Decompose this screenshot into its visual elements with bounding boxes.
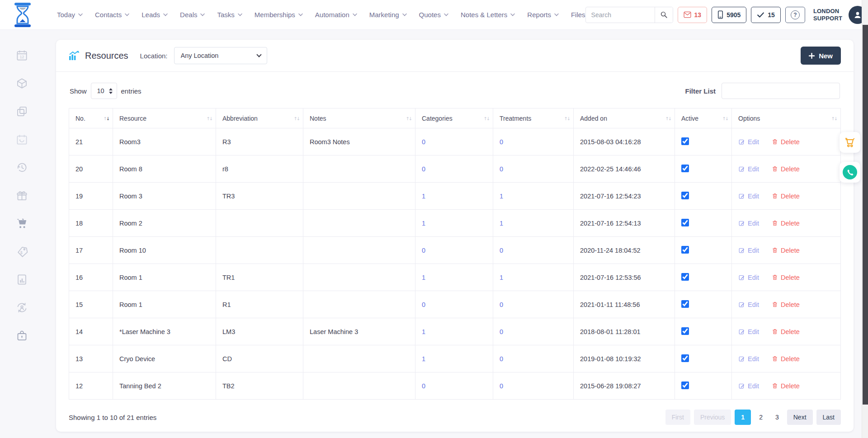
nav-item-leads[interactable]: Leads	[142, 11, 168, 19]
categories-count-link[interactable]: 1	[422, 220, 425, 227]
active-checkbox[interactable]	[681, 381, 689, 389]
treatments-count-link[interactable]: 1	[500, 274, 503, 281]
nav-item-tasks[interactable]: Tasks	[217, 11, 242, 19]
edit-link[interactable]: Edit	[738, 165, 759, 173]
categories-count-link[interactable]: 1	[422, 355, 425, 363]
nav-item-today[interactable]: Today	[57, 11, 83, 19]
delete-link[interactable]: Delete	[772, 220, 800, 227]
edit-link[interactable]: Edit	[738, 301, 759, 308]
categories-count-link[interactable]: 1	[422, 274, 425, 281]
cart-icon[interactable]	[16, 217, 28, 230]
col-added-on[interactable]: Added on↑↓	[574, 108, 675, 128]
delete-link[interactable]: Delete	[772, 247, 800, 254]
nav-item-memberships[interactable]: Memberships	[255, 11, 303, 19]
col-abbreviation[interactable]: Abbreviation↑↓	[216, 108, 303, 128]
report-document-icon[interactable]	[16, 273, 28, 286]
nav-item-automation[interactable]: Automation	[315, 11, 357, 19]
treatments-count-link[interactable]: 0	[500, 165, 503, 173]
nav-item-marketing[interactable]: Marketing	[369, 11, 407, 19]
nav-item-reports[interactable]: Reports	[527, 11, 559, 19]
appointments-calendar-icon[interactable]	[16, 133, 28, 146]
price-tag-icon[interactable]: $	[16, 245, 28, 258]
active-checkbox[interactable]	[681, 327, 689, 335]
location-select[interactable]: Any Location	[174, 47, 267, 64]
pagination-1[interactable]: 1	[735, 410, 751, 425]
active-checkbox[interactable]	[681, 192, 689, 199]
delete-link[interactable]: Delete	[772, 165, 800, 173]
treatments-count-link[interactable]: 1	[500, 220, 503, 227]
edit-link[interactable]: Edit	[738, 138, 759, 146]
gift-icon[interactable]	[16, 189, 28, 202]
pagination-last[interactable]: Last	[816, 410, 841, 425]
nav-item-contacts[interactable]: Contacts	[95, 11, 129, 19]
treatments-count-link[interactable]: 0	[500, 247, 503, 254]
treatments-count-link[interactable]: 0	[500, 301, 503, 308]
categories-count-link[interactable]: 0	[422, 301, 425, 308]
phone-badge[interactable]: 5905	[712, 7, 746, 23]
pagination-3[interactable]: 3	[771, 410, 783, 425]
edit-link[interactable]: Edit	[738, 220, 759, 227]
col-active[interactable]: Active↑↓	[675, 108, 732, 128]
col-resource[interactable]: Resource↑↓	[113, 108, 216, 128]
active-checkbox[interactable]	[681, 273, 689, 281]
history-clock-icon[interactable]	[16, 161, 28, 174]
delete-link[interactable]: Delete	[772, 355, 800, 363]
categories-count-link[interactable]: 0	[422, 247, 425, 254]
pagination-2[interactable]: 2	[755, 410, 767, 425]
treatments-count-link[interactable]: 0	[500, 355, 503, 363]
tasks-badge[interactable]: 15	[751, 7, 781, 23]
calendar-icon[interactable]: 12	[16, 49, 28, 61]
locked-case-icon[interactable]	[16, 329, 28, 342]
categories-count-link[interactable]: 0	[422, 382, 425, 390]
col-categories[interactable]: Categories↑↓	[415, 108, 493, 128]
support-rotate-icon[interactable]	[16, 301, 28, 314]
pagination-next[interactable]: Next	[787, 410, 813, 425]
delete-link[interactable]: Delete	[772, 328, 800, 335]
duplicate-icon[interactable]	[16, 105, 28, 118]
active-checkbox[interactable]	[681, 137, 689, 145]
edit-link[interactable]: Edit	[738, 328, 759, 335]
edit-link[interactable]: Edit	[738, 274, 759, 281]
active-checkbox[interactable]	[681, 354, 689, 362]
floating-phone-button[interactable]	[840, 162, 860, 183]
messages-badge[interactable]: 13	[678, 7, 708, 23]
treatments-count-link[interactable]: 1	[500, 193, 503, 200]
col-options[interactable]: Options↑↓	[732, 108, 841, 128]
delete-link[interactable]: Delete	[772, 138, 800, 146]
edit-link[interactable]: Edit	[738, 247, 759, 254]
categories-count-link[interactable]: 1	[422, 328, 425, 335]
new-button[interactable]: New	[801, 47, 841, 65]
products-box-icon[interactable]	[16, 77, 28, 89]
active-checkbox[interactable]	[681, 300, 689, 308]
edit-link[interactable]: Edit	[738, 355, 759, 363]
nav-item-quotes[interactable]: Quotes	[419, 11, 448, 19]
active-checkbox[interactable]	[681, 246, 689, 254]
edit-link[interactable]: Edit	[738, 193, 759, 200]
delete-link[interactable]: Delete	[772, 382, 800, 390]
categories-count-link[interactable]: 1	[422, 193, 425, 200]
edit-link[interactable]: Edit	[738, 382, 759, 390]
floating-cart-button[interactable]	[840, 132, 860, 153]
filter-input[interactable]	[722, 83, 840, 99]
treatments-count-link[interactable]: 0	[500, 328, 503, 335]
active-checkbox[interactable]	[681, 219, 689, 226]
search-button[interactable]	[655, 7, 673, 23]
active-checkbox[interactable]	[681, 165, 689, 172]
delete-link[interactable]: Delete	[772, 274, 800, 281]
categories-count-link[interactable]: 0	[422, 165, 425, 173]
nav-item-deals[interactable]: Deals	[180, 11, 205, 19]
treatments-count-link[interactable]: 0	[500, 138, 503, 146]
show-entries-select[interactable]: 10	[91, 83, 117, 99]
delete-link[interactable]: Delete	[772, 193, 800, 200]
col-treatments[interactable]: Treatments↑↓	[493, 108, 574, 128]
app-logo[interactable]	[14, 3, 32, 27]
delete-link[interactable]: Delete	[772, 301, 800, 308]
nav-item-files[interactable]: Files	[571, 11, 585, 19]
categories-count-link[interactable]: 0	[422, 138, 425, 146]
col-notes[interactable]: Notes↑↓	[303, 108, 415, 128]
scrollbar-track[interactable]	[862, 0, 868, 438]
scrollbar-thumb[interactable]	[863, 25, 868, 405]
col-no[interactable]: No.↑↓	[69, 108, 113, 128]
search-input[interactable]	[586, 11, 655, 19]
help-button[interactable]: ?	[785, 7, 805, 23]
